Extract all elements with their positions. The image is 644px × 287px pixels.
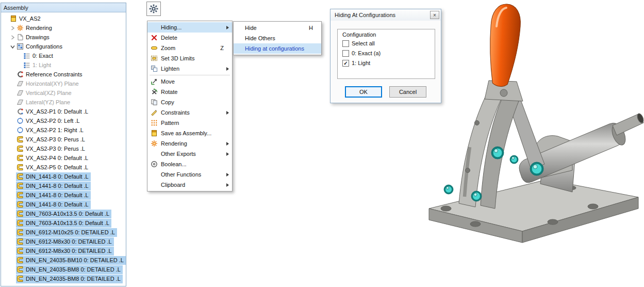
tree-item-din-6912-m8x30-0-detailed-l[interactable]: DIN_6912-M8x30 0: DETAILED .L <box>1 246 126 256</box>
submenu-item-hiding-at-configurations[interactable]: Hiding at configurations <box>234 43 321 54</box>
tree-item-vx-as2-p5-0-default-l[interactable]: VX_AS2-P5 0: Default .L <box>1 163 126 172</box>
dialog-titlebar[interactable]: Hiding At Configurations × <box>331 9 441 21</box>
part-icon <box>16 247 24 254</box>
menu-item-label: Hide Others <box>245 35 319 41</box>
tree-item-din-7603-a10x13-5-0-default-l[interactable]: DIN_7603-A10x13.5 0: Default .L <box>1 209 126 218</box>
menu-item-set-3d-limits[interactable]: Set 3D Limits <box>147 53 232 63</box>
assembly-tree: VX_AS2RenderingDrawingsConfigurations0: … <box>1 12 126 285</box>
tree-item-vx-as2-p3-0-perus-l[interactable]: VX_AS2-P3 0: Perus .L <box>1 135 126 144</box>
tree-item-din-1441-8-0-default-l[interactable]: DIN_1441-8 0: Default .L <box>1 172 126 181</box>
chevron-right-icon[interactable] <box>9 34 16 41</box>
menu-item-rotate[interactable]: Rotate <box>147 87 232 97</box>
part-icon <box>16 275 24 282</box>
tree-item-din-1441-8-0-default-l[interactable]: DIN_1441-8 0: Default .L <box>1 181 126 190</box>
cancel-button[interactable]: Cancel <box>389 86 426 98</box>
tree-item-din-1441-8-0-default-l[interactable]: DIN_1441-8 0: Default .L <box>1 200 126 209</box>
tree-item-vx-as2-p1-0-default-l[interactable]: VX_AS2-P1 0: Default .L <box>1 107 126 116</box>
close-icon: × <box>433 12 436 18</box>
checkbox-unchecked-icon[interactable] <box>342 50 349 57</box>
tree-item-label: VX_AS2-P5 0: Default .L <box>26 164 88 170</box>
menu-item-label: Set 3D Limits <box>161 55 230 61</box>
teal-bolt <box>510 155 518 164</box>
part-icon <box>16 173 24 180</box>
tree-item-configurations[interactable]: Configurations <box>1 42 126 51</box>
tree-item-label: VX_AS2-P3 0: Perus .L <box>26 136 85 142</box>
submenu-item-hide[interactable]: HideH <box>234 23 321 33</box>
plane-icon <box>16 89 24 97</box>
checkbox-unchecked-icon[interactable] <box>342 40 349 47</box>
menu-item-zoom[interactable]: ZoomZ <box>147 43 232 53</box>
assembly-panel-header[interactable]: Assembly <box>1 3 126 12</box>
part-icon <box>16 164 24 171</box>
part-icon <box>16 257 24 264</box>
expander-spacer <box>9 211 16 217</box>
menu-item-label: Rotate <box>161 89 230 95</box>
menu-item-boolean[interactable]: Boolean... <box>147 159 232 169</box>
context-menu: Hiding...DeleteZoomZSet 3D LimitsLighten… <box>147 21 233 192</box>
gear-button[interactable] <box>146 2 161 16</box>
teal-bolt <box>471 191 482 201</box>
checkbox-select-all[interactable]: Select all <box>342 39 430 47</box>
tree-item-vertical-xz-plane[interactable]: Vertical(XZ) Plane <box>1 88 126 98</box>
expander-spacer <box>9 118 16 124</box>
tree-item-din-6912-m10x25-0-detailed-l[interactable]: DIN_6912-M10x25 0: DETAILED .L <box>1 228 126 237</box>
tree-item-vx-as2-p2-1-right-l[interactable]: VX_AS2-P2 1: Right .L <box>1 125 126 135</box>
expander-spacer <box>9 229 16 236</box>
expander-spacer <box>9 238 16 245</box>
tree-item-0-exact[interactable]: 0: Exact <box>1 51 126 60</box>
tree-item-1-light[interactable]: 1: Light <box>1 60 126 70</box>
tree-item-din-en-24035-bm8-0-detailed-l[interactable]: DIN_EN_24035-BM8 0: DETAILED .L <box>1 274 126 283</box>
3d-viewport[interactable] <box>418 0 644 264</box>
tree-item-horizontal-xy-plane[interactable]: Horizontal(XY) Plane <box>1 79 126 88</box>
submenu-item-hide-others[interactable]: Hide Others <box>234 33 321 43</box>
checkbox-0-exact-a[interactable]: 0: Exact (a) <box>342 49 430 57</box>
tree-item-lateral-yz-plane[interactable]: Lateral(YZ) Plane <box>1 98 126 107</box>
menu-item-pattern[interactable]: Pattern <box>147 118 232 128</box>
tree-item-vx-as2-p4-0-default-l[interactable]: VX_AS2-P4 0: Default .L <box>1 153 126 163</box>
tree-item-body: Lateral(YZ) Plane <box>16 98 72 107</box>
menu-item-label: Constraints <box>161 109 225 116</box>
tree-item-body: Horizontal(XY) Plane <box>16 79 81 88</box>
menu-item-label: Move <box>161 78 230 85</box>
tree-item-din-1441-8-0-default-l[interactable]: DIN_1441-8 0: Default .L <box>1 190 126 200</box>
menu-item-copy[interactable]: Copy <box>147 97 232 107</box>
tree-item-reference-constraints[interactable]: Reference Constraints <box>1 70 126 79</box>
zoom-icon <box>147 44 161 52</box>
part-icon <box>16 266 24 273</box>
rendering-sun-icon <box>147 140 161 147</box>
menu-item-save-as-assembly[interactable]: Save as Assembly... <box>147 128 232 138</box>
checkbox-1-light[interactable]: ✓1: Light <box>342 59 430 67</box>
tree-item-body: DIN_6912-M10x25 0: DETAILED .L <box>16 228 117 237</box>
tree-item-din-7603-a10x13-5-0-default-l[interactable]: DIN_7603-A10x13.5 0: Default .L <box>1 218 126 228</box>
ok-button[interactable]: OK <box>345 86 382 98</box>
tree-item-vx-as2-p2-0-left-l[interactable]: VX_AS2-P2 0: Left .L <box>1 116 126 125</box>
chevron-right-icon[interactable] <box>9 25 16 31</box>
part-icon <box>16 192 24 199</box>
menu-item-delete[interactable]: Delete <box>147 33 232 43</box>
tree-item-vx-as2[interactable]: VX_AS2 <box>1 14 126 23</box>
checkbox-checked-icon[interactable]: ✓ <box>342 60 349 67</box>
menu-item-lighten[interactable]: Lighten <box>147 63 232 74</box>
menu-item-other-functions[interactable]: Other Functions <box>147 169 232 180</box>
tree-item-rendering[interactable]: Rendering <box>1 23 126 33</box>
tree-item-vx-as2-p3-0-perus-l[interactable]: VX_AS2-P3 0: Perus .L <box>1 144 126 153</box>
tree-item-din-en-24035-bm10-0-detailed-l[interactable]: DIN_EN_24035-BM10 0: DETAILED .L <box>1 256 126 265</box>
expander-spacer <box>9 192 16 199</box>
part-icon <box>16 136 24 143</box>
menu-item-move[interactable]: Move <box>147 76 232 87</box>
expander-spacer <box>9 90 16 97</box>
checkbox-label: 1: Light <box>352 60 370 66</box>
tree-item-din-en-24035-bm8-0-detailed-l[interactable]: DIN_EN_24035-BM8 0: DETAILED .L <box>1 265 126 274</box>
menu-item-clipboard[interactable]: Clipboard <box>147 180 232 190</box>
tree-item-label: DIN_EN_24035-BM8 0: DETAILED .L <box>26 266 121 273</box>
dialog-close-button[interactable]: × <box>430 11 439 19</box>
expander-spacer <box>9 127 16 134</box>
menu-item-other-exports[interactable]: Other Exports <box>147 149 232 159</box>
menu-item-hiding[interactable]: Hiding... <box>147 22 232 33</box>
tree-item-din-6912-m8x30-0-detailed-l[interactable]: DIN_6912-M8x30 0: DETAILED .L <box>1 237 126 246</box>
tree-item-drawings[interactable]: Drawings <box>1 33 126 42</box>
menu-item-constraints[interactable]: Constraints <box>147 107 232 118</box>
chevron-down-icon[interactable] <box>9 43 16 50</box>
tree-item-label: DIN_1441-8 0: Default .L <box>26 173 89 180</box>
menu-item-rendering[interactable]: Rendering <box>147 138 232 149</box>
